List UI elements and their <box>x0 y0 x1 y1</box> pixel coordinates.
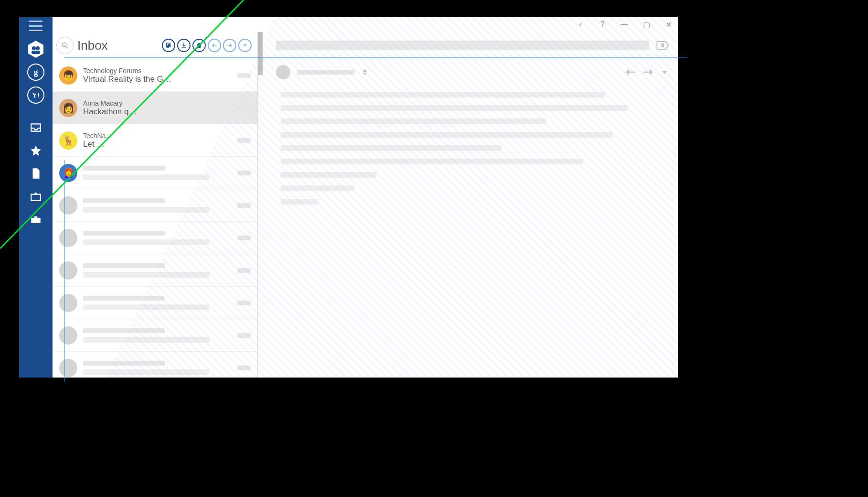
svg-marker-0 <box>28 41 43 58</box>
message-meta <box>237 301 251 305</box>
svg-point-6 <box>63 43 66 47</box>
app-window: g Y! ‹ ? — ▢ ✕ <box>19 17 678 378</box>
body-line <box>281 105 627 111</box>
reply-icon[interactable] <box>625 68 635 76</box>
message-from: TechNa… <box>83 132 232 140</box>
message-meta <box>237 138 251 143</box>
account-yahoo[interactable]: Y! <box>27 86 44 104</box>
message-list-column: Inbox 👦Technology ForumsVirtual Reality … <box>53 32 258 378</box>
sender-avatar <box>276 65 290 79</box>
avatar: 👦 <box>59 66 77 85</box>
svg-point-2 <box>36 46 40 50</box>
expand-toggle[interactable] <box>363 69 367 75</box>
message-meta <box>237 203 251 208</box>
body-line <box>281 145 502 151</box>
header-more-icon[interactable] <box>662 71 667 74</box>
window-titlebar: ‹ ? — ▢ ✕ <box>53 17 678 32</box>
message-row[interactable] <box>53 287 257 319</box>
menu-icon[interactable] <box>29 21 42 31</box>
nav-starred[interactable] <box>27 142 44 159</box>
message-subject <box>83 337 209 343</box>
message-subject <box>83 174 209 180</box>
more-button[interactable] <box>238 39 252 52</box>
message-subject <box>83 304 209 310</box>
help-button[interactable]: ? <box>596 18 609 31</box>
folder-title: Inbox <box>77 38 108 53</box>
maximize-button[interactable]: ▢ <box>640 18 653 31</box>
svg-rect-4 <box>31 218 41 223</box>
body-line <box>281 119 546 124</box>
account-all[interactable] <box>27 41 44 58</box>
message-from <box>83 263 165 268</box>
message-row[interactable] <box>53 319 257 352</box>
message-subject: Virtual Reality is the G… <box>83 75 232 84</box>
scrollbar-thumb[interactable] <box>258 32 263 75</box>
reply-button[interactable] <box>208 39 221 52</box>
avatar <box>59 326 77 345</box>
message-row[interactable] <box>53 222 257 254</box>
avatar <box>59 261 77 280</box>
message-row[interactable]: 👩Anna MacaryHackathon q… <box>53 92 257 124</box>
message-row[interactable] <box>53 254 257 287</box>
message-meta <box>237 171 251 175</box>
svg-text:+: + <box>662 42 665 49</box>
svg-rect-3 <box>32 51 40 54</box>
close-button[interactable]: ✕ <box>662 18 675 31</box>
message-subject: Hackathon q… <box>83 107 232 117</box>
body-line <box>281 199 318 205</box>
main-area: ‹ ? — ▢ ✕ Inbox <box>53 17 678 378</box>
nav-tools[interactable] <box>27 211 44 228</box>
reading-pane: + <box>258 32 678 378</box>
minimize-button[interactable]: — <box>618 18 631 31</box>
message-meta <box>237 333 251 338</box>
avatar <box>59 196 77 215</box>
message-from <box>83 361 165 366</box>
message-meta <box>237 236 251 240</box>
sender-placeholder <box>297 70 354 75</box>
body-line <box>281 185 354 191</box>
message-from <box>83 198 165 203</box>
forward-button[interactable] <box>223 39 236 52</box>
download-button[interactable] <box>177 39 191 52</box>
search-icon[interactable] <box>56 37 74 54</box>
message-list: 👦Technology ForumsVirtual Reality is the… <box>53 59 257 378</box>
list-header: Inbox <box>53 32 257 59</box>
message-from: Technology Forums <box>83 67 232 75</box>
avatar <box>59 294 77 312</box>
avatar <box>59 229 77 247</box>
avatar: 🦌 <box>59 131 77 150</box>
tag-icon[interactable]: + <box>656 40 669 51</box>
message-row[interactable] <box>53 352 257 378</box>
message-meta <box>237 268 251 273</box>
message-row[interactable] <box>53 189 257 222</box>
body-line <box>281 132 613 138</box>
message-from <box>83 328 165 333</box>
account-google[interactable]: g <box>27 64 44 81</box>
svg-rect-5 <box>34 216 38 218</box>
message-meta <box>237 73 251 78</box>
compose-button[interactable] <box>162 39 175 52</box>
nav-outbox[interactable] <box>27 188 44 205</box>
message-subject <box>83 207 209 213</box>
message-subject <box>83 239 209 245</box>
subject-placeholder <box>276 41 649 50</box>
nav-inbox[interactable] <box>27 119 44 136</box>
message-meta <box>237 106 251 110</box>
forward-icon[interactable] <box>644 68 653 76</box>
message-row[interactable]: 👦Technology ForumsVirtual Reality is the… <box>53 59 257 92</box>
message-row[interactable]: 🦌TechNa…Let … <box>53 124 257 157</box>
avatar: 👩 <box>59 99 77 117</box>
svg-point-1 <box>32 46 36 50</box>
message-from <box>83 166 165 171</box>
message-subject <box>83 272 209 278</box>
nav-drafts[interactable] <box>27 165 44 182</box>
svg-line-7 <box>66 46 68 48</box>
back-button[interactable]: ‹ <box>574 18 587 31</box>
message-header <box>258 59 678 83</box>
message-from: Anna Macary <box>83 99 232 107</box>
message-row[interactable]: 👩‍🦰 <box>53 157 257 189</box>
message-from <box>83 296 165 301</box>
message-from <box>83 231 165 236</box>
delete-button[interactable] <box>192 39 206 52</box>
body-line <box>281 172 377 178</box>
